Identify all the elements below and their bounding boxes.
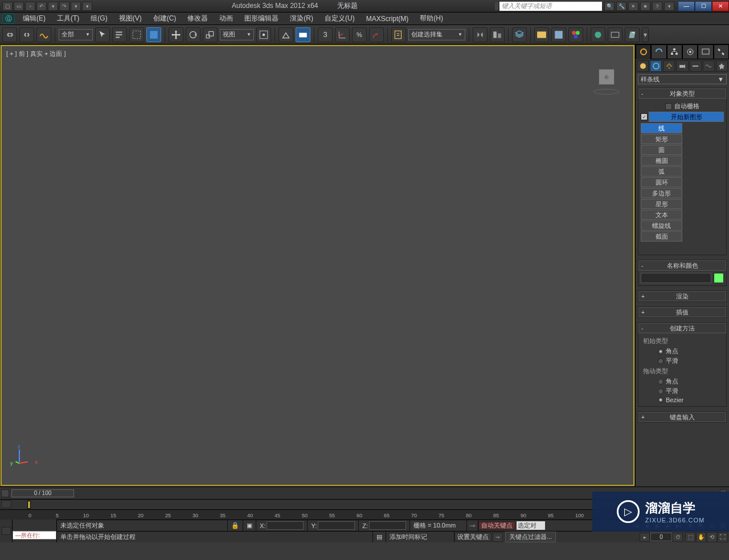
time-config-icon[interactable]: ⏱ bbox=[673, 533, 683, 542]
lock-icon[interactable]: 🔒 bbox=[228, 520, 243, 531]
trackbar-key-icon[interactable] bbox=[27, 501, 31, 509]
render-frame-icon[interactable] bbox=[608, 27, 622, 42]
menu-animation[interactable]: 动画 bbox=[214, 14, 239, 23]
app-menu-icon[interactable]: Ⓖ bbox=[2, 14, 15, 24]
tab-create[interactable] bbox=[636, 44, 651, 59]
subtab-geometry[interactable] bbox=[637, 60, 649, 72]
rotate-icon[interactable] bbox=[186, 27, 200, 42]
undo-drop-icon[interactable]: ▾ bbox=[48, 2, 58, 11]
maximize-button[interactable]: ☐ bbox=[695, 1, 712, 11]
btn-helix[interactable]: 螺旋线 bbox=[641, 220, 682, 231]
selected-combo[interactable]: 选定对 bbox=[517, 521, 545, 530]
keyboard-shortcut-icon[interactable] bbox=[296, 27, 310, 42]
spinner-snap-icon[interactable] bbox=[369, 27, 384, 42]
viewcube[interactable]: 前 bbox=[593, 69, 619, 95]
ref-coord-combo[interactable]: 视图▼ bbox=[220, 29, 254, 40]
setkey-key-icon[interactable]: ⊸ bbox=[493, 533, 503, 542]
save-icon[interactable]: ▫ bbox=[25, 2, 35, 11]
material-editor-icon[interactable] bbox=[568, 27, 583, 42]
angle-snap-icon[interactable] bbox=[335, 27, 350, 42]
menu-tools[interactable]: 工具(T) bbox=[51, 14, 85, 23]
subtab-shapes[interactable] bbox=[650, 60, 662, 72]
viewport-front[interactable]: [ + ] 前 ] 真实 + 边面 ] 前 z y x bbox=[1, 45, 634, 486]
move-icon[interactable] bbox=[169, 27, 183, 42]
btn-text[interactable]: 文本 bbox=[641, 210, 682, 220]
btn-star[interactable]: 星形 bbox=[641, 199, 682, 209]
object-name-input[interactable] bbox=[641, 273, 711, 283]
new-icon[interactable]: ▢ bbox=[2, 2, 13, 11]
time-slider[interactable]: 0 / 100 bbox=[11, 489, 74, 497]
search-go-icon[interactable]: 🔍 bbox=[604, 2, 615, 11]
menu-create[interactable]: 创建(C) bbox=[148, 14, 182, 23]
subtab-lights[interactable] bbox=[663, 60, 675, 72]
setkey-button[interactable]: 设置关键点 bbox=[454, 533, 492, 541]
menu-group[interactable]: 组(G) bbox=[85, 14, 113, 23]
selection-filter-combo[interactable]: 全部▼ bbox=[59, 29, 93, 40]
redo-icon[interactable]: ↷ bbox=[59, 2, 69, 11]
viewport-label[interactable]: [ + ] 前 ] 真实 + 边面 ] bbox=[6, 50, 66, 58]
help-drop-icon[interactable]: ▾ bbox=[664, 2, 674, 11]
menu-maxscript[interactable]: MAXScript(M) bbox=[361, 15, 415, 23]
render-setup-icon[interactable] bbox=[591, 27, 605, 42]
isolate-icon[interactable]: ▣ bbox=[243, 520, 256, 531]
select-icon[interactable] bbox=[95, 27, 110, 42]
track-toggle-icon[interactable] bbox=[1, 500, 11, 508]
radio-initial-smooth[interactable] bbox=[658, 358, 664, 364]
named-sel-edit-icon[interactable] bbox=[391, 27, 406, 42]
coord-z-input[interactable] bbox=[369, 521, 406, 530]
named-selection-combo[interactable]: 创建选择集▼ bbox=[408, 29, 465, 40]
radio-drag-bezier[interactable] bbox=[658, 397, 664, 403]
comm-icon[interactable]: ✶ bbox=[628, 2, 638, 11]
mini-listener-toggle-icon[interactable] bbox=[2, 527, 11, 535]
undo-icon[interactable]: ↶ bbox=[36, 2, 47, 11]
subtab-cameras[interactable] bbox=[676, 60, 688, 72]
render-drop-icon[interactable]: ▾ bbox=[642, 27, 649, 42]
menu-rendering[interactable]: 渲染(R) bbox=[284, 14, 319, 23]
rollup-interpolation-header[interactable]: +插值 bbox=[638, 307, 726, 317]
tab-display[interactable] bbox=[698, 44, 713, 59]
btn-arc[interactable]: 弧 bbox=[641, 166, 682, 177]
select-name-icon[interactable] bbox=[112, 27, 127, 42]
pivot-icon[interactable] bbox=[256, 27, 271, 42]
redo-drop-icon[interactable]: ▾ bbox=[71, 2, 81, 11]
nav-zoom-region-icon[interactable]: ⬚ bbox=[685, 532, 695, 542]
btn-rectangle[interactable]: 矩形 bbox=[641, 134, 682, 144]
tab-hierarchy[interactable] bbox=[667, 44, 682, 59]
key-filters-button[interactable]: 关键点过滤器... bbox=[505, 532, 556, 542]
help-icon[interactable]: ? bbox=[652, 2, 662, 11]
menu-edit[interactable]: 编辑(E) bbox=[17, 14, 51, 23]
menu-customize[interactable]: 自定义(U) bbox=[319, 14, 361, 23]
object-color-swatch[interactable] bbox=[714, 273, 724, 283]
unlink-icon[interactable] bbox=[19, 27, 34, 42]
mirror-icon[interactable] bbox=[473, 27, 488, 42]
rollup-name-color-header[interactable]: -名称和颜色 bbox=[638, 260, 726, 271]
btn-line[interactable]: 线 bbox=[641, 123, 682, 133]
coord-x-input[interactable] bbox=[267, 521, 304, 530]
menu-help[interactable]: 帮助(H) bbox=[414, 14, 449, 23]
menu-grapheditors[interactable]: 图形编辑器 bbox=[239, 14, 284, 23]
schematic-icon[interactable] bbox=[551, 27, 566, 42]
time-scroll-left-icon[interactable] bbox=[1, 489, 9, 497]
btn-section[interactable]: 截面 bbox=[641, 231, 682, 242]
autogrid-checkbox[interactable] bbox=[665, 103, 672, 110]
autokey-button[interactable]: 自动关键点 bbox=[478, 521, 515, 530]
btn-ellipse[interactable]: 椭圆 bbox=[641, 156, 682, 166]
startnew-checkbox[interactable]: ✓ bbox=[641, 113, 648, 120]
rollup-creation-method-header[interactable]: -创建方法 bbox=[638, 323, 726, 333]
link-icon[interactable] bbox=[2, 27, 17, 42]
menu-modifiers[interactable]: 修改器 bbox=[182, 14, 214, 23]
add-time-tag[interactable]: 添加时间标记 bbox=[386, 532, 454, 542]
btn-donut[interactable]: 圆环 bbox=[641, 177, 682, 187]
render-icon[interactable] bbox=[625, 27, 640, 42]
window-crossing-icon[interactable] bbox=[146, 27, 161, 42]
nav-pan2-icon[interactable]: ✋ bbox=[696, 532, 706, 542]
current-frame-input[interactable]: 0 bbox=[650, 533, 672, 541]
radio-drag-smooth[interactable] bbox=[658, 389, 664, 394]
subtab-helpers[interactable] bbox=[690, 60, 702, 72]
rollup-render-header[interactable]: +渲染 bbox=[638, 291, 726, 301]
btn-ngon[interactable]: 多边形 bbox=[641, 188, 682, 198]
shape-category-dropdown[interactable]: 样条线▼ bbox=[638, 74, 727, 84]
search-handle-icon[interactable] bbox=[495, 2, 498, 10]
subtab-systems[interactable] bbox=[716, 60, 728, 72]
viewcube-face[interactable]: 前 bbox=[599, 69, 615, 85]
